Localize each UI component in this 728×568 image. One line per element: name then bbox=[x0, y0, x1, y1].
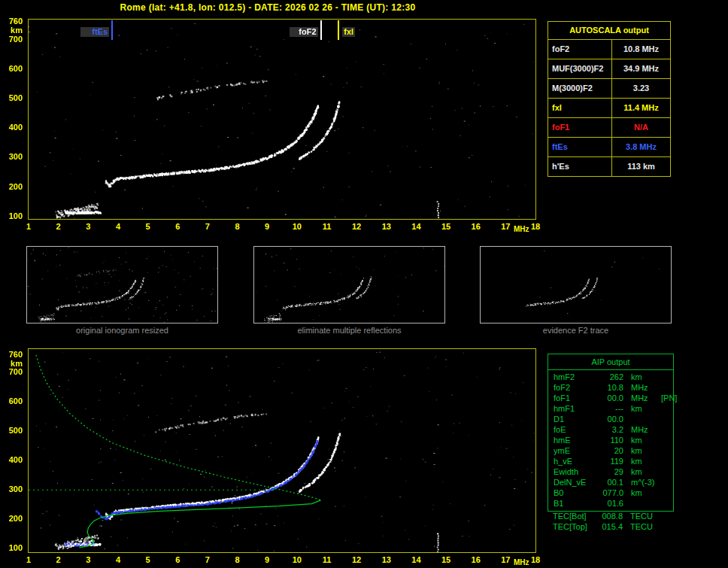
autoscala-row: M(3000)F23.23 bbox=[548, 78, 670, 98]
x-axis-tick-label: 7 bbox=[199, 555, 217, 565]
marker-label-ftEs: ftEs bbox=[80, 27, 109, 37]
aip-table-body: hmF2262kmfoF210.8MHzfoF100.0MHz[PN]hmF1-… bbox=[548, 370, 673, 511]
aip-row: hmE110km bbox=[548, 435, 673, 445]
aip-row-value: 00.0 bbox=[595, 393, 623, 403]
aip-row-extra bbox=[661, 424, 673, 435]
aip-row-extra bbox=[661, 403, 673, 414]
y-axis-tick-label: 100 bbox=[2, 543, 23, 553]
autoscala-row-label: fxl bbox=[548, 99, 611, 117]
ionogram-canvas bbox=[29, 20, 535, 219]
aip-table-header: AIP output bbox=[548, 354, 673, 370]
aip-row-value: 119 bbox=[595, 456, 623, 466]
y-axis-tick-label: 300 bbox=[2, 484, 23, 494]
autoscala-row-label: h'Es bbox=[548, 157, 611, 176]
x-axis-tick-label: 10 bbox=[288, 222, 306, 232]
y-axis-tick-label: 600 bbox=[2, 64, 23, 74]
aip-row-unit bbox=[623, 498, 661, 509]
x-axis-tick-label: 3 bbox=[79, 222, 97, 232]
aip-row-label: B1 bbox=[548, 498, 595, 509]
aip-tec-row-value: 015.4 bbox=[594, 521, 623, 532]
aip-row-value: 00.1 bbox=[595, 477, 623, 488]
aip-row-extra bbox=[661, 466, 673, 477]
autoscala-table-body: foF210.8 MHzMUF(3000)F234.9 MHzM(3000)F2… bbox=[548, 39, 670, 176]
x-axis-tick-label: 9 bbox=[258, 555, 276, 565]
aip-tec-row: TEC[Top]015.4TECU bbox=[548, 521, 674, 532]
aip-row-value: 077.0 bbox=[595, 488, 623, 498]
x-axis-tick-label: 3 bbox=[79, 555, 97, 565]
x-axis-tick-label: 15 bbox=[437, 555, 455, 565]
autoscala-row-label: foF1 bbox=[548, 118, 611, 137]
aip-row-unit: MHz bbox=[623, 393, 661, 403]
aip-row-label: ymE bbox=[548, 445, 595, 456]
x-axis-tick-label: 18 bbox=[526, 222, 544, 232]
autoscala-row-value: 11.4 MHz bbox=[611, 99, 670, 117]
aip-tec-rows: TEC[Bot]008.8TECUTEC[Top]015.4TECU bbox=[548, 511, 674, 532]
aip-row-unit: MHz bbox=[623, 382, 661, 393]
aip-row-value: 110 bbox=[595, 435, 623, 445]
autoscala-row-label: MUF(3000)F2 bbox=[548, 59, 611, 78]
x-axis-tick-label: 6 bbox=[168, 222, 187, 232]
y-axis-unit-label: km bbox=[2, 359, 23, 369]
aip-row-label: B0 bbox=[548, 488, 595, 498]
aip-row-unit: km bbox=[623, 466, 661, 477]
y-axis-tick-label: 600 bbox=[2, 396, 23, 406]
y-axis-tick-label: 500 bbox=[2, 93, 23, 103]
aip-row-label: DelN_vE bbox=[548, 477, 595, 488]
x-axis-tick-label: 14 bbox=[407, 555, 425, 565]
aip-row: DelN_vE00.1m^(-3) bbox=[548, 477, 673, 488]
autoscala-row: MUF(3000)F234.9 MHz bbox=[548, 59, 670, 78]
y-axis-tick-label: 700 bbox=[2, 35, 23, 44]
x-axis-tick-label: 2 bbox=[50, 555, 68, 565]
aip-row-label: foF1 bbox=[548, 393, 595, 403]
x-axis-tick-label: 12 bbox=[347, 222, 366, 232]
thumbnail-f2-trace bbox=[480, 246, 672, 323]
x-axis-tick-label: 17 bbox=[496, 555, 514, 565]
autoscala-row: fxl11.4 MHz bbox=[548, 98, 670, 117]
autoscala-row: foF1N/A bbox=[548, 117, 670, 137]
aip-row-label: h_vE bbox=[548, 456, 595, 466]
autoscala-row: h'Es113 km bbox=[548, 156, 670, 176]
aip-tec-row-unit: TECU bbox=[623, 511, 660, 521]
x-axis-tick-label: 7 bbox=[199, 222, 217, 232]
aip-row-label: hmE bbox=[548, 435, 595, 445]
aip-row: B101.6 bbox=[548, 498, 673, 509]
aip-row-label: Ewidth bbox=[548, 466, 595, 477]
autoscala-row-label: foF2 bbox=[548, 40, 611, 59]
aip-row-value: 29 bbox=[595, 466, 623, 477]
x-axis-tick-label: 8 bbox=[229, 222, 247, 232]
marker-label-foF2: foF2 bbox=[290, 27, 318, 37]
aip-row-label: foE bbox=[548, 424, 595, 435]
y-axis-tick-label: 400 bbox=[2, 123, 23, 132]
x-axis-tick-label: 5 bbox=[139, 222, 157, 232]
aip-row: D100.0 bbox=[548, 414, 673, 424]
autoscala-row-label: ftEs bbox=[548, 138, 611, 156]
marker-line-fxl bbox=[338, 20, 339, 40]
thumbnail-no-reflections-canvas bbox=[254, 247, 444, 323]
autoscala-row-value: 3.8 MHz bbox=[611, 138, 670, 156]
thumbnail-original-canvas bbox=[27, 247, 217, 323]
aip-row-value: 262 bbox=[595, 372, 623, 382]
aip-tec-row: TEC[Bot]008.8TECU bbox=[548, 511, 674, 521]
aip-row-value: 00.0 bbox=[595, 414, 623, 424]
y-axis-tick-label: 400 bbox=[2, 455, 23, 465]
aip-row-value: 01.6 bbox=[595, 498, 623, 509]
aip-row-unit: km bbox=[623, 435, 661, 445]
x-axis-unit-label: MHz bbox=[514, 557, 529, 567]
x-axis-tick-label: 4 bbox=[109, 555, 127, 565]
aip-row-label: D1 bbox=[548, 414, 595, 424]
aip-row-label: foF2 bbox=[548, 382, 595, 393]
autoscala-row-label: M(3000)F2 bbox=[548, 79, 611, 98]
autoscala-row-value: 34.9 MHz bbox=[611, 59, 670, 78]
aip-row-unit: km bbox=[623, 372, 661, 382]
ionogram-plot bbox=[28, 19, 536, 220]
aip-tec-row-extra bbox=[660, 511, 674, 521]
aip-row-extra bbox=[661, 456, 673, 466]
autoscala-window: Rome (lat: +41.8, lon: 012.5) - DATE: 20… bbox=[0, 0, 728, 568]
x-axis-tick-label: 8 bbox=[229, 555, 247, 565]
aip-row: foF210.8MHz bbox=[548, 382, 673, 393]
aip-row-unit: km bbox=[623, 445, 661, 456]
aip-row-unit: km bbox=[623, 403, 661, 414]
autoscala-table-header: AUTOSCALA output bbox=[548, 22, 670, 39]
autoscala-row-value: 3.23 bbox=[611, 79, 670, 98]
aip-row-extra bbox=[661, 445, 673, 456]
